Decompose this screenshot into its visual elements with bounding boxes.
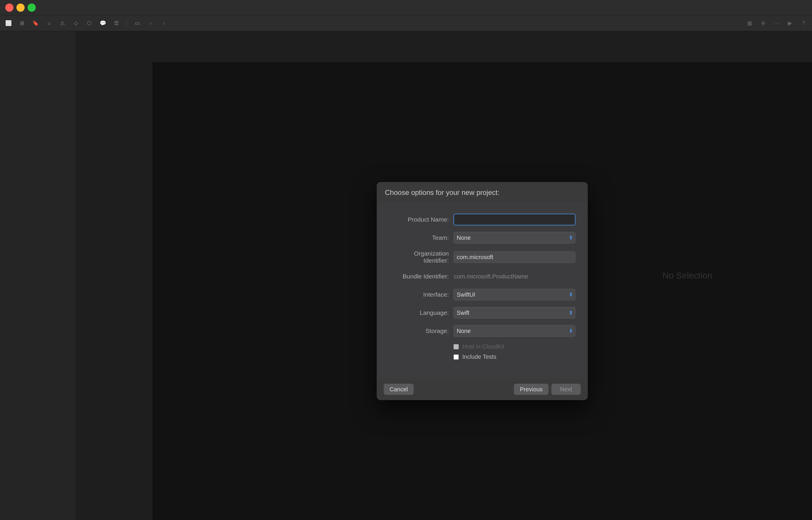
language-select-wrapper: Swift Objective-C ⬍ — [453, 307, 575, 319]
product-name-input[interactable] — [453, 214, 575, 226]
team-label: Team: — [389, 234, 453, 241]
next-button[interactable]: Next — [551, 384, 581, 395]
bookmark-icon[interactable]: 🔖 — [31, 19, 40, 28]
sidebar: No Selection — [0, 31, 76, 520]
language-select[interactable]: Swift Objective-C — [453, 307, 575, 319]
device-frame-icon[interactable]: ▭ — [133, 19, 141, 28]
product-name-label: Product Name: — [389, 216, 453, 223]
interface-label: Interface: — [389, 291, 453, 298]
product-name-control — [453, 214, 575, 226]
dialog-overlay: Choose options for your new project: Pro… — [152, 62, 812, 520]
bundle-identifier-label: Bundle Identifier: — [389, 273, 453, 280]
inspector-icon[interactable]: ▦ — [745, 19, 754, 28]
host-in-cloudkit-label: Host in CloudKit — [462, 343, 504, 350]
storage-select-wrapper: None Core Data SwiftData ⬍ — [453, 325, 575, 337]
dialog-title: Choose options for your new project: — [377, 182, 588, 202]
interface-control: SwiftUI Storyboard ⬍ — [453, 289, 575, 301]
storage-control: None Core Data SwiftData ⬍ — [453, 325, 575, 337]
language-control: Swift Objective-C ⬍ — [453, 307, 575, 319]
team-control: None ⬍ — [453, 232, 575, 243]
help-icon[interactable]: ? — [799, 19, 808, 28]
title-bar — [0, 0, 812, 15]
include-tests-label: Include Tests — [462, 354, 496, 360]
dialog-footer: Cancel Previous Next — [377, 379, 588, 400]
nav-forward-button[interactable]: › — [160, 19, 168, 28]
bundle-identifier-value: com.microsoft.ProductName — [453, 273, 528, 280]
language-label: Language: — [389, 309, 453, 316]
toolbar: ⬜ ⊞ 🔖 ⌕ ⚠ ◇ ⬡ 💬 ☰ ▭ ‹ › — [0, 15, 812, 31]
right-toolbar: ▦ ⊕ ⋯ ▶ ? — [741, 15, 812, 31]
previous-button[interactable]: Previous — [514, 384, 548, 395]
team-row: Team: None ⬍ — [389, 232, 575, 243]
list-icon[interactable]: ☰ — [112, 19, 121, 28]
search-icon[interactable]: ⌕ — [45, 19, 53, 28]
btn-group-right: Previous Next — [514, 384, 581, 395]
bundle-identifier-row: Bundle Identifier: com.microsoft.Product… — [389, 270, 575, 282]
dialog-body: Product Name: Team: None ⬍ — [377, 202, 587, 379]
host-in-cloudkit-row: Host in CloudKit — [453, 343, 575, 350]
run-icon[interactable]: ▶ — [786, 19, 794, 28]
team-select-wrapper: None ⬍ — [453, 232, 575, 243]
add-icon[interactable]: ⊕ — [759, 19, 767, 28]
bundle-identifier-control: com.microsoft.ProductName — [453, 270, 575, 282]
org-identifier-input[interactable] — [453, 251, 575, 263]
maximize-button[interactable] — [28, 3, 36, 12]
grid-icon[interactable]: ⊞ — [18, 19, 26, 28]
toolbar-separator — [127, 19, 127, 27]
host-in-cloudkit-checkbox[interactable] — [453, 344, 459, 349]
org-identifier-label: Organization Identifier: — [389, 250, 453, 264]
interface-select[interactable]: SwiftUI Storyboard — [453, 289, 575, 301]
product-name-row: Product Name: — [389, 214, 575, 226]
new-project-dialog: Choose options for your new project: Pro… — [377, 182, 588, 400]
cancel-button[interactable]: Cancel — [384, 384, 414, 395]
warning-icon[interactable]: ⚠ — [58, 19, 67, 28]
minimize-button[interactable] — [17, 3, 25, 12]
diamond-icon[interactable]: ◇ — [72, 19, 80, 28]
org-identifier-control — [453, 251, 575, 263]
include-tests-row: Include Tests — [453, 354, 575, 360]
language-row: Language: Swift Objective-C ⬍ — [389, 307, 575, 319]
storage-row: Storage: None Core Data SwiftData ⬍ — [389, 325, 575, 337]
main-area: No Selection Choose options for your new… — [76, 31, 812, 520]
team-select[interactable]: None — [453, 232, 575, 243]
tag-icon[interactable]: ⬡ — [85, 19, 94, 28]
storage-select[interactable]: None Core Data SwiftData — [453, 325, 575, 337]
org-identifier-row: Organization Identifier: — [389, 250, 575, 264]
include-tests-checkbox[interactable] — [453, 355, 459, 360]
comment-icon[interactable]: 💬 — [99, 19, 107, 28]
storage-label: Storage: — [389, 328, 453, 334]
more-icon[interactable]: ⋯ — [772, 19, 781, 28]
interface-select-wrapper: SwiftUI Storyboard ⬍ — [453, 289, 575, 301]
interface-row: Interface: SwiftUI Storyboard ⬍ — [389, 289, 575, 301]
checkboxes-area: Host in CloudKit Include Tests — [389, 343, 575, 360]
close-button[interactable] — [5, 3, 14, 12]
nav-back-button[interactable]: ‹ — [146, 19, 155, 28]
sidebar-toggle-icon[interactable]: ⬜ — [4, 19, 13, 28]
